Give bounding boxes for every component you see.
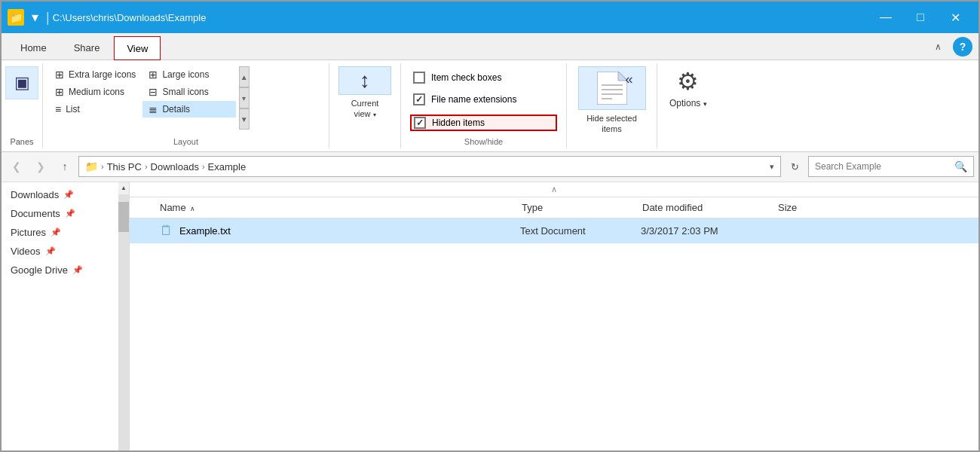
path-dropdown-arrow[interactable]: ▾ [770, 162, 774, 172]
layout-large-icons[interactable]: ⊞ Large icons [142, 66, 235, 83]
file-type-txt: Text Document [520, 225, 641, 237]
sidebar-label-documents: Documents [11, 208, 60, 219]
title-path: C:\Users\chris\Downloads\Example [53, 12, 868, 23]
sidebar-scroll-up[interactable]: ▲ [118, 182, 129, 194]
current-view-icon: ↕ [360, 70, 370, 91]
file-row-example-txt[interactable]: 🗒 Example.txt Text Document 3/3/2017 2:0… [130, 218, 978, 243]
file-icon-txt: 🗒 [160, 223, 173, 239]
tab-home[interactable]: Home [8, 35, 60, 60]
search-input[interactable] [815, 161, 950, 172]
col-header-name[interactable]: Name ∧ [160, 202, 522, 213]
ribbon-collapse-button[interactable]: ∧ [929, 38, 947, 56]
path-segment-thispc[interactable]: This PC [107, 161, 142, 173]
path-folder-icon: 📁 [85, 160, 98, 173]
pin-icon-documents: 📌 [65, 209, 75, 218]
options-section: ⚙ Options ▾ [657, 63, 719, 148]
layout-small-icons[interactable]: ⊟ Small icons [142, 84, 235, 100]
tab-share[interactable]: Share [61, 35, 113, 60]
tab-view[interactable]: View [114, 36, 161, 60]
medium-icon: ⊞ [55, 86, 64, 98]
layout-scroll-middle[interactable]: ▾ [239, 87, 250, 108]
layout-scroll-down[interactable]: ▼ [239, 108, 250, 130]
checkbox-item-check[interactable] [413, 72, 425, 84]
hide-selected-button[interactable]: « [578, 66, 646, 110]
back-button[interactable]: ❮ [6, 156, 27, 177]
ribbon-content: ▣ Panes ⊞ Extra large icons ⊞ Large icon… [2, 60, 978, 152]
close-button[interactable]: ✕ [938, 2, 972, 33]
col-header-type[interactable]: Type [522, 202, 642, 213]
file-table-header: Name ∧ Type Date modified Size [130, 197, 978, 218]
maximize-button[interactable]: □ [903, 2, 938, 33]
sidebar-label-google-drive: Google Drive [11, 264, 68, 276]
path-arrow-1: › [101, 162, 104, 171]
title-bar: 📁 ▾ | C:\Users\chris\Downloads\Example —… [2, 2, 978, 33]
collapse-row: ∧ [130, 182, 978, 197]
extra-large-icon: ⊞ [55, 69, 64, 81]
help-button[interactable]: ? [953, 37, 972, 56]
sidebar-label-pictures: Pictures [11, 227, 46, 238]
refresh-button[interactable]: ↻ [784, 156, 805, 177]
app-icon: 📁 [8, 9, 24, 26]
pin-icon-downloads: 📌 [63, 190, 74, 200]
sidebar-label-videos: Videos [11, 246, 41, 257]
sidebar-scrollbar[interactable]: ▲ ▼ [118, 182, 129, 452]
showhide-item-hidden[interactable]: Hidden items [410, 115, 557, 131]
layout-details[interactable]: ≣ Details [142, 101, 235, 118]
ribbon-tabs: Home Share View ∧ ? [2, 33, 978, 60]
large-icon: ⊞ [149, 69, 158, 81]
collapse-arrow[interactable]: ∧ [551, 185, 557, 194]
search-bar[interactable]: 🔍 [808, 156, 974, 177]
col-header-size[interactable]: Size [778, 202, 797, 213]
options-button[interactable]: ⚙ [671, 66, 705, 96]
current-view-section: ↕ Currentview ▾ [329, 63, 401, 148]
panes-button[interactable]: ▣ [5, 66, 38, 99]
hide-selected-section: « Hide selecteditems [567, 63, 657, 148]
sidebar-scroll-track [118, 194, 129, 452]
pin-icon-google-drive: 📌 [72, 265, 83, 275]
checkbox-hidden[interactable] [414, 117, 426, 129]
small-icon: ⊟ [149, 86, 158, 98]
sort-arrow-name: ∧ [190, 205, 195, 212]
checkbox-file-ext[interactable] [413, 93, 425, 105]
layout-scroll: ▲ ▾ ▼ [239, 66, 250, 130]
sidebar-item-google-drive[interactable]: Google Drive 📌 [2, 261, 129, 279]
list-icon: ≡ [55, 103, 61, 115]
col-header-date[interactable]: Date modified [642, 202, 778, 213]
ribbon-tab-right: ∧ ? [929, 37, 972, 60]
panes-label: Panes [2, 137, 42, 146]
layout-grid: ⊞ Extra large icons ⊞ Large icons ⊞ Medi… [49, 66, 236, 118]
layout-scroll-up[interactable]: ▲ [239, 66, 250, 87]
sidebar-item-downloads[interactable]: Downloads 📌 [2, 185, 129, 204]
sidebar-scroll-thumb[interactable] [118, 202, 129, 232]
layout-section: ⊞ Extra large icons ⊞ Large icons ⊞ Medi… [43, 63, 329, 148]
current-view-button[interactable]: ↕ [338, 66, 391, 95]
sidebar: Downloads 📌 Documents 📌 Pictures 📌 Video… [2, 182, 130, 452]
path-segment-downloads[interactable]: Downloads [151, 161, 199, 173]
sidebar-item-documents[interactable]: Documents 📌 [2, 204, 129, 223]
showhide-label: Show/hide [401, 137, 566, 146]
quick-access-dropdown[interactable]: ▾ [32, 9, 38, 26]
minimize-button[interactable]: — [868, 2, 903, 33]
showhide-item-file-ext[interactable]: File name extensions [410, 92, 557, 107]
hide-selected-icon: « [596, 72, 629, 105]
file-area: ∧ Name ∧ Type Date modified Size 🗒 Examp… [130, 182, 978, 452]
path-segment-example[interactable]: Example [208, 161, 247, 173]
path-arrow-2: › [145, 162, 148, 171]
main-area: Downloads 📌 Documents 📌 Pictures 📌 Video… [2, 182, 978, 452]
file-date-txt: 3/3/2017 2:03 PM [641, 225, 776, 237]
up-button[interactable]: ↑ [54, 156, 75, 177]
address-bar[interactable]: 📁 › This PC › Downloads › Example ▾ [78, 156, 781, 177]
layout-label: Layout [43, 137, 329, 146]
current-view-label: Currentview ▾ [351, 98, 379, 120]
path-arrow-3: › [202, 162, 205, 171]
hide-selected-label: Hide selecteditems [586, 113, 637, 135]
layout-medium-icons[interactable]: ⊞ Medium icons [49, 84, 142, 100]
showhide-item-check-boxes[interactable]: Item check boxes [410, 70, 557, 85]
sidebar-item-pictures[interactable]: Pictures 📌 [2, 223, 129, 242]
layout-list[interactable]: ≡ List [49, 101, 142, 118]
sidebar-item-videos[interactable]: Videos 📌 [2, 242, 129, 261]
layout-extra-large-icons[interactable]: ⊞ Extra large icons [49, 66, 142, 83]
forward-button[interactable]: ❯ [30, 156, 51, 177]
file-name-txt: Example.txt [179, 225, 520, 237]
window-controls: — □ ✕ [868, 2, 972, 33]
